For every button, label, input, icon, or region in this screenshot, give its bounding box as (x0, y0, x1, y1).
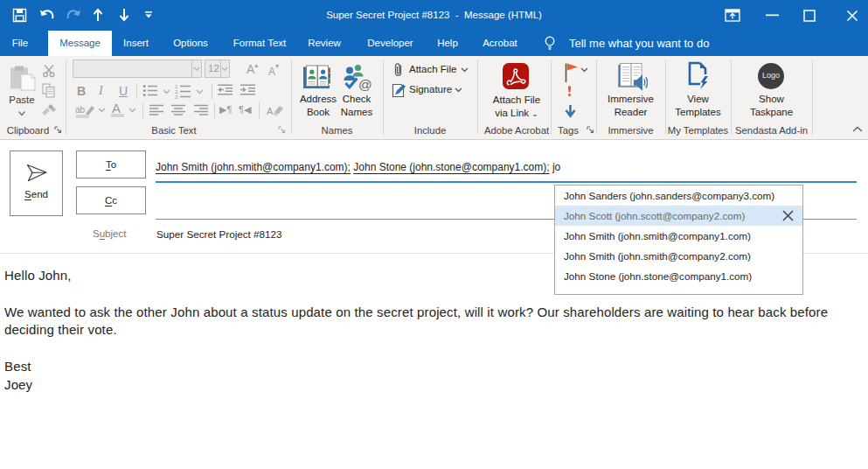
svg-text:@: @ (358, 77, 372, 91)
svg-text:ab: ab (75, 105, 86, 115)
svg-text:3: 3 (175, 94, 178, 99)
svg-text:A: A (267, 106, 274, 116)
